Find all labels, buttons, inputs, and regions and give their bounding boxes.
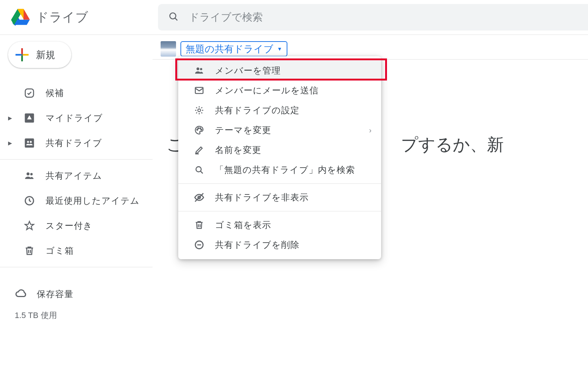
check-square-icon [24, 87, 35, 99]
menu-item-label: 共有ドライブを削除 [215, 239, 300, 251]
svg-line-35 [201, 171, 203, 174]
breadcrumb-title: 無題の共有ドライブ [186, 43, 273, 56]
drive-box-icon [24, 112, 35, 124]
svg-point-33 [201, 129, 202, 130]
menu-item-email-members[interactable]: メンバーにメールを送信 [178, 81, 381, 100]
svg-point-34 [196, 167, 201, 172]
drive-thumbnail[interactable] [161, 41, 176, 57]
divider [178, 183, 381, 184]
new-button[interactable]: 新規 [8, 42, 71, 68]
sidebar-item-recent[interactable]: ▶ 最近使用したアイテム [0, 188, 153, 213]
storage-used: 1.5 TB 使用 [15, 310, 153, 321]
svg-marker-25 [25, 221, 34, 230]
mail-icon [194, 85, 205, 96]
sidebar-item-label: スター付き [46, 220, 93, 232]
svg-point-9 [170, 13, 176, 19]
logo-block[interactable]: ドライブ [0, 7, 158, 28]
svg-point-30 [197, 129, 198, 130]
search-placeholder: ドライブで検索 [189, 10, 263, 24]
svg-point-22 [26, 172, 29, 175]
menu-item-label: メンバーにメールを送信 [215, 85, 319, 96]
chevron-right-icon: › [369, 126, 372, 135]
svg-rect-19 [25, 139, 34, 148]
eye-off-icon [194, 192, 205, 203]
svg-rect-13 [15, 54, 21, 56]
sidebar: 新規 ▶ 候補 ▶ マイドライブ ▶ [0, 35, 153, 321]
sidebar-item-trash[interactable]: ▶ ゴミ箱 [0, 238, 153, 263]
chevron-down-icon: ▼ [277, 46, 282, 52]
gear-icon [194, 105, 205, 116]
svg-point-23 [30, 173, 33, 175]
plus-icon [15, 47, 29, 62]
pencil-icon [194, 144, 205, 156]
shared-drive-box-icon [24, 137, 35, 149]
svg-point-27 [200, 68, 202, 70]
drive-logo-icon [10, 7, 31, 28]
svg-rect-15 [21, 54, 23, 56]
svg-point-32 [200, 128, 201, 129]
svg-point-26 [197, 68, 199, 70]
svg-point-29 [198, 109, 200, 111]
sidebar-item-label: ゴミ箱 [46, 245, 74, 257]
sidebar-item-label: マイドライブ [46, 112, 103, 124]
menu-item-label: 「無題の共有ドライブ」内を検索 [215, 164, 355, 176]
svg-point-31 [198, 128, 199, 129]
menu-item-label: 共有ドライブを非表示 [215, 192, 309, 203]
menu-item-hide-drive[interactable]: 共有ドライブを非表示 [178, 188, 381, 207]
new-button-label: 新規 [36, 49, 55, 61]
menu-item-label: ゴミ箱を表示 [215, 219, 271, 231]
sidebar-item-starred[interactable]: ▶ スター付き [0, 213, 153, 238]
svg-marker-8 [24, 9, 30, 19]
star-icon [24, 220, 35, 232]
search-icon [168, 11, 179, 23]
cloud-icon [15, 287, 27, 301]
menu-item-label: メンバーを管理 [215, 65, 281, 76]
sidebar-item-shared-with-me[interactable]: ▶ 共有アイテム [0, 163, 153, 188]
menu-item-manage-members[interactable]: メンバーを管理 [178, 61, 381, 81]
divider [0, 159, 153, 160]
people-icon [194, 65, 205, 76]
menu-item-delete-drive[interactable]: 共有ドライブを削除 [178, 235, 381, 255]
menu-item-settings[interactable]: 共有ドライブの設定 [178, 100, 381, 120]
header: ドライブ ドライブで検索 [0, 0, 588, 35]
svg-line-10 [175, 18, 177, 20]
menu-item-label: 名前を変更 [215, 144, 261, 156]
palette-icon [194, 125, 205, 136]
people-icon [24, 170, 35, 182]
expand-icon[interactable]: ▶ [8, 115, 13, 121]
search-icon [194, 164, 205, 175]
search-bar[interactable]: ドライブで検索 [158, 4, 588, 31]
remove-circle-icon [194, 239, 205, 250]
menu-item-search-in-drive[interactable]: 「無題の共有ドライブ」内を検索 [178, 160, 381, 180]
svg-rect-12 [21, 56, 23, 61]
clock-icon [24, 195, 35, 207]
sidebar-item-suggestions[interactable]: ▶ 候補 [0, 81, 153, 106]
main-content: 無題の共有ドライブ ▼ こ プするか、新 メンバーを管理 [153, 35, 588, 321]
divider [178, 211, 381, 211]
svg-rect-11 [21, 48, 23, 54]
menu-item-label: 共有ドライブの設定 [215, 104, 300, 116]
svg-point-21 [30, 141, 32, 143]
breadcrumb-dropdown[interactable]: 無題の共有ドライブ ▼ [180, 41, 287, 57]
sidebar-item-label: 最近使用したアイテム [46, 195, 140, 207]
expand-icon[interactable]: ▶ [8, 140, 13, 146]
trash-icon [24, 245, 35, 257]
sidebar-item-label: 共有ドライブ [46, 137, 102, 149]
divider [0, 267, 153, 267]
sidebar-item-shared-drives[interactable]: ▶ 共有ドライブ [0, 131, 153, 156]
sidebar-item-mydrive[interactable]: ▶ マイドライブ [0, 106, 153, 131]
context-menu: メンバーを管理 メンバーにメールを送信 共有ドライブの設定 [178, 56, 381, 259]
menu-item-label: テーマを変更 [215, 124, 271, 136]
svg-rect-14 [23, 54, 29, 56]
menu-item-show-trash[interactable]: ゴミ箱を表示 [178, 215, 381, 235]
sidebar-item-label: 候補 [46, 87, 64, 99]
storage-label: 保存容量 [37, 288, 74, 300]
trash-icon [194, 219, 205, 231]
svg-point-20 [27, 141, 29, 143]
menu-item-rename[interactable]: 名前を変更 [178, 140, 381, 160]
menu-item-change-theme[interactable]: テーマを変更 › [178, 120, 381, 140]
storage-block[interactable]: 保存容量 1.5 TB 使用 [0, 283, 153, 321]
app-title: ドライブ [36, 9, 88, 26]
sidebar-item-label: 共有アイテム [46, 170, 102, 182]
